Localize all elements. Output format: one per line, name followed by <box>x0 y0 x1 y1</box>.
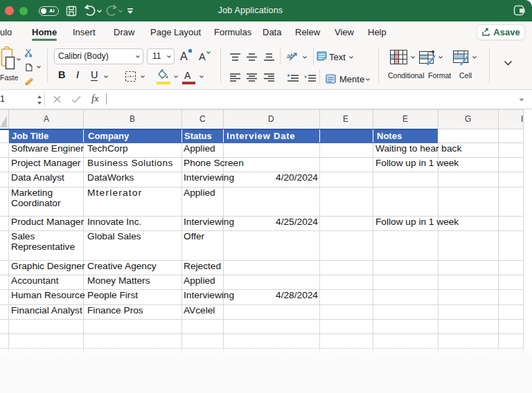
svg-text:ab: ab <box>287 53 294 60</box>
